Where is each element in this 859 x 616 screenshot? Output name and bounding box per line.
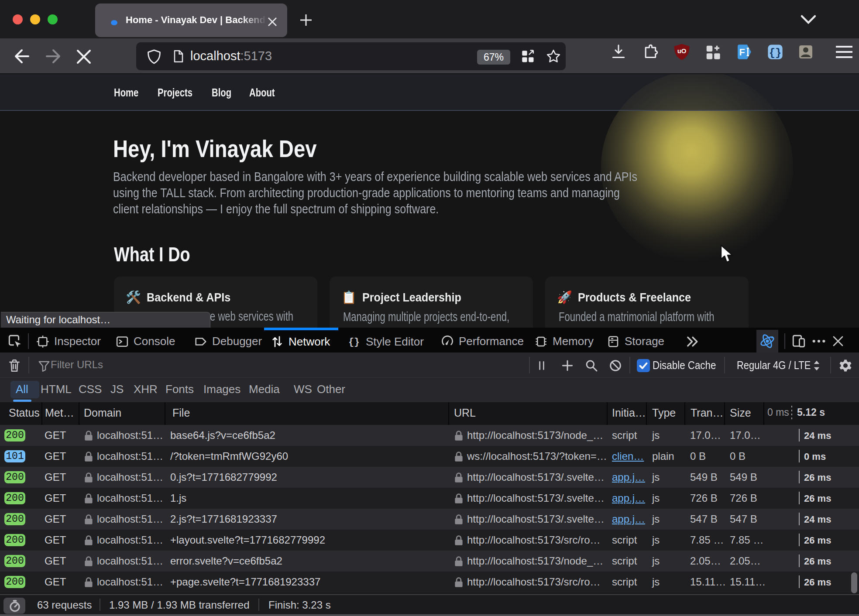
svg-text:F: F [739,47,745,58]
svg-text:{}: {} [348,337,360,347]
svg-text:{}: {} [769,47,782,59]
svg-text:uO: uO [677,48,687,55]
